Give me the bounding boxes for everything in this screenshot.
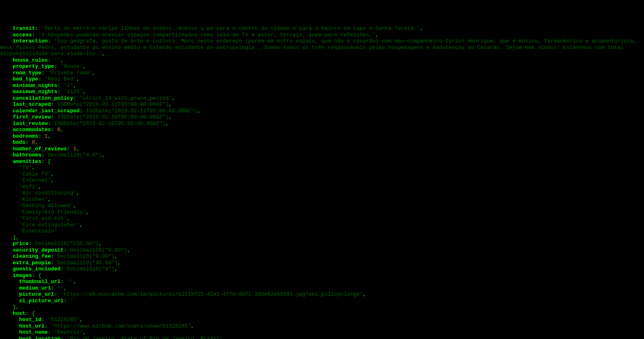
console-output[interactable]: transit: 'Perto do metrô e várias linhas… [0, 25, 644, 339]
